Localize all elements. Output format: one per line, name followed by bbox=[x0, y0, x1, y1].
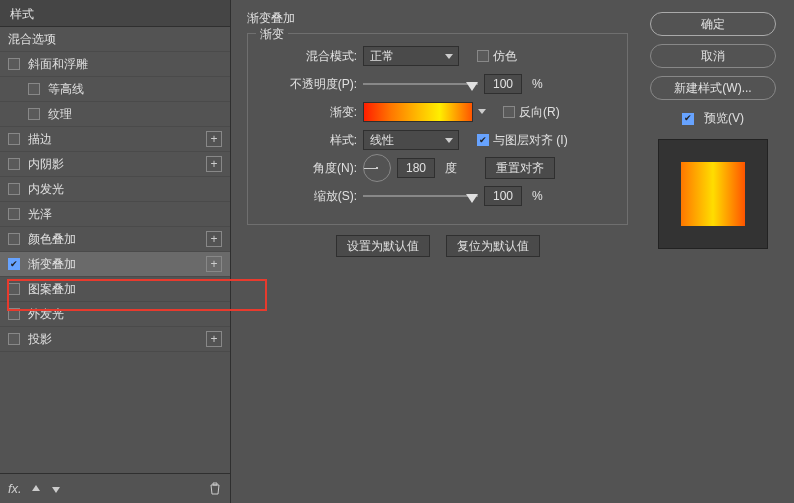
align-checkbox[interactable] bbox=[477, 134, 489, 146]
angle-wheel[interactable] bbox=[363, 154, 391, 182]
style-label: 样式: bbox=[262, 132, 357, 149]
move-down-icon[interactable] bbox=[50, 483, 62, 495]
section-title: 渐变叠加 bbox=[247, 10, 628, 27]
dither-checkbox-group[interactable]: 仿色 bbox=[477, 48, 517, 65]
dialog-buttons-panel: 确定 取消 新建样式(W)... 预览(V) bbox=[644, 0, 794, 503]
angle-label: 角度(N): bbox=[262, 160, 357, 177]
effect-pattern-overlay[interactable]: 图案叠加 bbox=[0, 277, 230, 302]
reset-align-button[interactable]: 重置对齐 bbox=[485, 157, 555, 179]
fieldset-legend: 渐变 bbox=[256, 26, 288, 43]
ok-button[interactable]: 确定 bbox=[650, 12, 776, 36]
effect-contour[interactable]: 等高线 bbox=[0, 77, 230, 102]
pattern-overlay-checkbox[interactable] bbox=[8, 283, 20, 295]
stroke-checkbox[interactable] bbox=[8, 133, 20, 145]
scale-label: 缩放(S): bbox=[262, 188, 357, 205]
preview-checkbox-group[interactable]: 预览(V) bbox=[682, 110, 744, 127]
drop-shadow-checkbox[interactable] bbox=[8, 333, 20, 345]
reverse-checkbox[interactable] bbox=[503, 106, 515, 118]
effect-inner-shadow[interactable]: 内阴影 + bbox=[0, 152, 230, 177]
effect-outer-glow[interactable]: 外发光 bbox=[0, 302, 230, 327]
preview-gradient bbox=[681, 162, 745, 226]
scale-slider[interactable] bbox=[363, 189, 478, 203]
effects-footer: fx. bbox=[0, 473, 230, 503]
gradient-overlay-checkbox[interactable] bbox=[8, 258, 20, 270]
opacity-label: 不透明度(P): bbox=[262, 76, 357, 93]
satin-checkbox[interactable] bbox=[8, 208, 20, 220]
styles-header: 样式 bbox=[0, 0, 230, 27]
cancel-button[interactable]: 取消 bbox=[650, 44, 776, 68]
contour-checkbox[interactable] bbox=[28, 83, 40, 95]
opacity-slider[interactable] bbox=[363, 77, 478, 91]
gradient-fieldset: 渐变 混合模式: 正常 仿色 不透明度(P): % 渐变: 反向(R) bbox=[247, 33, 628, 225]
texture-checkbox[interactable] bbox=[28, 108, 40, 120]
gradient-label: 渐变: bbox=[262, 104, 357, 121]
effect-gradient-overlay[interactable]: 渐变叠加 + bbox=[0, 252, 230, 277]
move-up-icon[interactable] bbox=[30, 483, 42, 495]
color-overlay-checkbox[interactable] bbox=[8, 233, 20, 245]
style-dropdown[interactable]: 线性 bbox=[363, 130, 459, 150]
align-checkbox-group[interactable]: 与图层对齐 (I) bbox=[477, 132, 568, 149]
scale-input[interactable] bbox=[484, 186, 522, 206]
add-icon[interactable]: + bbox=[206, 131, 222, 147]
opacity-input[interactable] bbox=[484, 74, 522, 94]
preview-box bbox=[658, 139, 768, 249]
effect-inner-glow[interactable]: 内发光 bbox=[0, 177, 230, 202]
effect-texture[interactable]: 纹理 bbox=[0, 102, 230, 127]
fx-icon[interactable]: fx. bbox=[8, 481, 22, 496]
gradient-overlay-settings: 渐变叠加 渐变 混合模式: 正常 仿色 不透明度(P): % 渐变: bbox=[231, 0, 644, 503]
preview-checkbox[interactable] bbox=[682, 113, 694, 125]
outer-glow-checkbox[interactable] bbox=[8, 308, 20, 320]
add-icon[interactable]: + bbox=[206, 156, 222, 172]
reverse-checkbox-group[interactable]: 反向(R) bbox=[503, 104, 560, 121]
angle-input[interactable] bbox=[397, 158, 435, 178]
add-icon[interactable]: + bbox=[206, 256, 222, 272]
blend-mode-label: 混合模式: bbox=[262, 48, 357, 65]
inner-glow-checkbox[interactable] bbox=[8, 183, 20, 195]
inner-shadow-checkbox[interactable] bbox=[8, 158, 20, 170]
effect-satin[interactable]: 光泽 bbox=[0, 202, 230, 227]
effect-stroke[interactable]: 描边 + bbox=[0, 127, 230, 152]
blending-options-row[interactable]: 混合选项 bbox=[0, 27, 230, 52]
dither-checkbox[interactable] bbox=[477, 50, 489, 62]
blend-mode-dropdown[interactable]: 正常 bbox=[363, 46, 459, 66]
add-icon[interactable]: + bbox=[206, 231, 222, 247]
effects-list-panel: 样式 混合选项 斜面和浮雕 等高线 纹理 描边 + 内阴影 + 内发光 光泽 颜… bbox=[0, 0, 230, 503]
effect-color-overlay[interactable]: 颜色叠加 + bbox=[0, 227, 230, 252]
trash-icon[interactable] bbox=[208, 482, 222, 496]
effect-drop-shadow[interactable]: 投影 + bbox=[0, 327, 230, 352]
reset-default-button[interactable]: 复位为默认值 bbox=[446, 235, 540, 257]
new-style-button[interactable]: 新建样式(W)... bbox=[650, 76, 776, 100]
gradient-swatch[interactable] bbox=[363, 102, 473, 122]
add-icon[interactable]: + bbox=[206, 331, 222, 347]
set-default-button[interactable]: 设置为默认值 bbox=[336, 235, 430, 257]
effect-bevel[interactable]: 斜面和浮雕 bbox=[0, 52, 230, 77]
bevel-checkbox[interactable] bbox=[8, 58, 20, 70]
blending-options-label: 混合选项 bbox=[8, 31, 222, 48]
